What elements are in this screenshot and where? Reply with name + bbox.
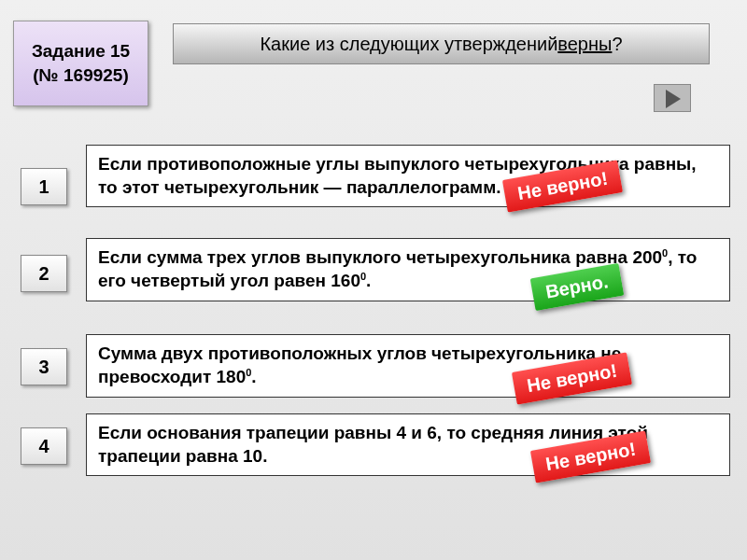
option-2-number: 2	[38, 263, 49, 285]
task-badge: Задание 15 (№ 169925)	[13, 21, 148, 106]
question-bar: Какие из следующих утверждений верны ?	[173, 23, 710, 64]
option-1-statement: Если противоположные углы выпуклого четы…	[86, 145, 730, 207]
option-3-number: 3	[38, 357, 49, 378]
option-3-button[interactable]: 3	[21, 348, 67, 385]
option-2-statement: Если сумма трех углов выпуклого четыреху…	[86, 238, 730, 301]
task-label-line1: Задание 15	[32, 39, 130, 63]
option-1-button[interactable]: 1	[21, 168, 67, 205]
question-suffix: ?	[612, 34, 622, 55]
question-prefix: Какие из следующих утверждений	[260, 34, 557, 55]
option-4-number: 4	[38, 436, 49, 457]
option-3-statement: Сумма двух противоположных углов четырех…	[86, 334, 730, 398]
question-keyword: верны	[557, 34, 612, 55]
task-label-line2: (№ 169925)	[33, 63, 129, 88]
option-1-number: 1	[38, 176, 49, 198]
next-arrow-button[interactable]	[654, 84, 691, 112]
option-2-button[interactable]: 2	[21, 255, 67, 292]
option-4-button[interactable]: 4	[21, 427, 67, 465]
